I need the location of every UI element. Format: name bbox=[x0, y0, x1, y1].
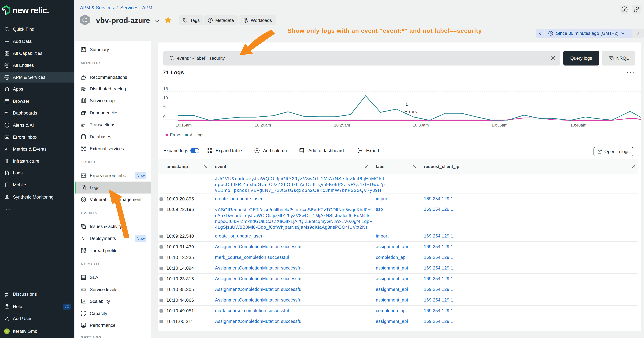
svg-text:0: 0 bbox=[406, 102, 408, 107]
svg-text:10:20am: 10:20am bbox=[255, 123, 271, 127]
svg-text:10:15am: 10:15am bbox=[176, 123, 192, 127]
svg-text:Errors: Errors bbox=[404, 109, 417, 114]
svg-text:new relic.: new relic. bbox=[12, 6, 49, 15]
svg-text:10:35am: 10:35am bbox=[492, 123, 508, 127]
svg-text:5: 5 bbox=[163, 105, 166, 109]
svg-text:15: 15 bbox=[163, 86, 168, 91]
svg-text:10:30am: 10:30am bbox=[413, 123, 429, 127]
svg-text:0: 0 bbox=[163, 114, 166, 119]
svg-text:10:40am: 10:40am bbox=[570, 123, 586, 127]
svg-text:10: 10 bbox=[163, 96, 168, 100]
svg-text:10:25am: 10:25am bbox=[334, 123, 350, 127]
